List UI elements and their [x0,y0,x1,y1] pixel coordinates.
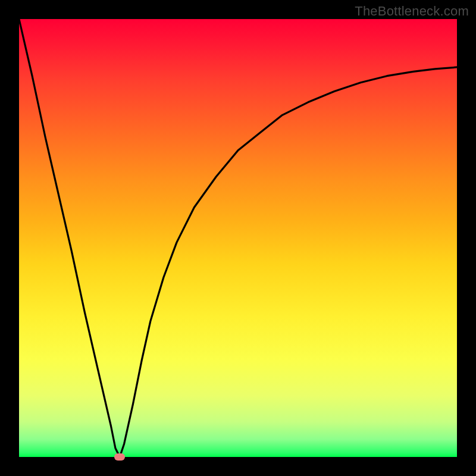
plot-area [19,19,457,457]
watermark-text: TheBottleneck.com [355,4,469,19]
bottleneck-curve [19,19,457,457]
minimum-marker [114,453,125,461]
chart-frame: TheBottleneck.com [0,0,476,476]
